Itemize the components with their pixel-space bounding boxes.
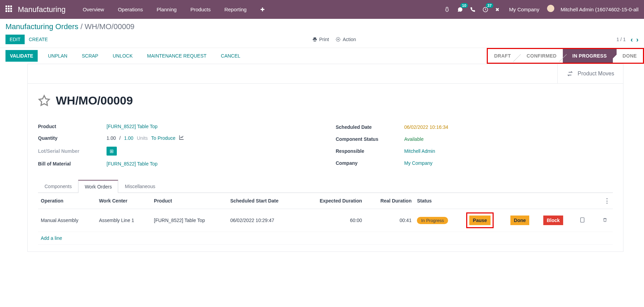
systray: 10 37 ✖ My Company Mitchell Admin (16074…: [444, 4, 639, 15]
tab-components[interactable]: Components: [38, 180, 78, 193]
product-moves-button[interactable]: Product Moves: [557, 64, 623, 83]
quantity-label: Quantity: [38, 132, 107, 144]
user-menu[interactable]: Mitchell Admin (16074602-15-0-all: [546, 4, 639, 15]
main-menu: Overview Operations Planning Products Re…: [76, 0, 272, 19]
pager-next-icon[interactable]: ›: [636, 36, 639, 44]
maintenance-button[interactable]: MAINTENANCE REQUEST: [143, 51, 210, 61]
scrap-button[interactable]: SCRAP: [78, 51, 102, 61]
col-real: Real Duration: [365, 193, 414, 209]
work-order-table: Operation Work Center Product Scheduled …: [38, 193, 613, 245]
step-inprogress[interactable]: IN PROGRESS: [563, 49, 613, 63]
pause-highlight: Pause: [466, 212, 493, 228]
responsible-label: Responsible: [336, 145, 404, 157]
done-button[interactable]: Done: [510, 216, 529, 225]
product-value[interactable]: [FURN_8522] Table Top: [107, 121, 315, 132]
menu-add-icon[interactable]: ✚: [253, 0, 272, 19]
quantity-a: 1.00: [107, 135, 116, 141]
unlock-button[interactable]: UNLOCK: [109, 51, 137, 61]
delete-row-icon[interactable]: [597, 209, 613, 232]
quantity-status[interactable]: To Produce: [151, 135, 175, 141]
bom-label: Bill of Material: [38, 158, 107, 169]
row-sched: 06/02/2022 10:29:47: [227, 209, 300, 232]
scheduled-value: 06/02/2022 10:16:34: [404, 121, 613, 133]
menu-overview[interactable]: Overview: [76, 0, 111, 19]
messages-icon[interactable]: 10: [457, 7, 463, 13]
star-icon[interactable]: [38, 95, 50, 107]
columns-kebab-icon[interactable]: ⋮: [604, 197, 610, 204]
notebook-tabs: Components Work Orders Miscellaneous: [38, 180, 613, 193]
svg-point-1: [338, 39, 339, 40]
step-draft[interactable]: DRAFT: [488, 49, 517, 63]
edit-button[interactable]: EDIT: [5, 35, 25, 44]
add-line-button[interactable]: Add a line: [38, 232, 613, 245]
pager-prev-icon[interactable]: ‹: [631, 36, 633, 44]
phone-icon[interactable]: [470, 7, 475, 12]
pager-text: 1 / 1: [616, 37, 626, 42]
breadcrumb-parent[interactable]: Manufacturing Orders: [5, 22, 78, 31]
row-operation: Manual Assembly: [38, 209, 96, 232]
unplan-button[interactable]: UNPLAN: [44, 51, 72, 61]
quantity-b[interactable]: 1.00: [124, 135, 133, 141]
col-status: Status: [414, 193, 463, 209]
page-header: Manufacturing Orders / WH/MO/00009 EDIT …: [0, 19, 644, 44]
tab-miscellaneous[interactable]: Miscellaneous: [118, 180, 162, 193]
breadcrumb: Manufacturing Orders / WH/MO/00009: [5, 22, 639, 31]
component-status-label: Component Status: [336, 133, 404, 145]
menu-operations[interactable]: Operations: [111, 0, 150, 19]
tools-icon[interactable]: ✖: [495, 7, 499, 12]
username: Mitchell Admin (16074602-15-0-all: [560, 7, 639, 12]
status-bar: VALIDATE UNPLAN SCRAP UNLOCK MAINTENANCE…: [0, 48, 644, 64]
cancel-button[interactable]: CANCEL: [217, 51, 245, 61]
status-steps: DRAFT CONFIRMED IN PROGRESS DONE: [487, 48, 644, 64]
row-expected: 60:00: [300, 209, 365, 232]
svg-rect-3: [580, 218, 584, 222]
validate-button[interactable]: VALIDATE: [5, 50, 38, 62]
record-card: Product Moves WH/MO/00009 Product [FURN_…: [27, 64, 623, 252]
breadcrumb-current: WH/MO/00009: [85, 22, 135, 31]
bom-value[interactable]: [FURN_8522] Table Top: [107, 158, 315, 169]
bug-icon[interactable]: [444, 7, 450, 13]
activities-icon[interactable]: 37: [482, 7, 488, 13]
step-done[interactable]: DONE: [613, 49, 643, 63]
block-button[interactable]: Block: [543, 216, 563, 225]
company-value[interactable]: My Company: [404, 157, 613, 169]
component-status-value: Available: [404, 133, 613, 145]
col-sched: Scheduled Start Date: [227, 193, 300, 209]
responsible-value[interactable]: Mitchell Admin: [404, 145, 613, 157]
record-title: WH/MO/00009: [56, 94, 133, 107]
lot-grid-button[interactable]: ⊞: [107, 147, 117, 156]
activities-badge: 37: [486, 3, 493, 8]
lot-label: Lot/Serial Number: [38, 144, 107, 158]
menu-products[interactable]: Products: [184, 0, 218, 19]
company-switcher[interactable]: My Company: [509, 7, 539, 12]
company-label: Company: [336, 157, 404, 169]
messages-badge: 10: [460, 3, 468, 8]
forecast-icon[interactable]: [179, 135, 184, 141]
table-row[interactable]: Manual Assembly Assembly Line 1 [FURN_85…: [38, 209, 613, 232]
row-product: [FURN_8522] Table Top: [151, 209, 227, 232]
top-navbar: Manufacturing Overview Operations Planni…: [0, 0, 644, 19]
menu-reporting[interactable]: Reporting: [218, 0, 253, 19]
tablet-icon[interactable]: [575, 209, 590, 232]
step-confirmed[interactable]: CONFIRMED: [517, 49, 562, 63]
apps-icon[interactable]: [5, 5, 14, 14]
create-button[interactable]: CREATE: [25, 35, 52, 44]
row-real: 00:41: [365, 209, 414, 232]
avatar: [546, 4, 558, 15]
quantity-uom: Units: [137, 135, 148, 141]
row-status: In Progress: [417, 217, 448, 224]
product-label: Product: [38, 121, 107, 132]
col-operation: Operation: [38, 193, 96, 209]
scheduled-label: Scheduled Date: [336, 121, 404, 133]
svg-marker-2: [39, 96, 49, 106]
col-expected: Expected Duration: [300, 193, 365, 209]
col-product: Product: [151, 193, 227, 209]
print-button[interactable]: Print: [312, 37, 329, 42]
app-brand[interactable]: Manufacturing: [18, 5, 65, 14]
menu-planning[interactable]: Planning: [150, 0, 183, 19]
action-button[interactable]: Action: [336, 37, 356, 42]
pause-button[interactable]: Pause: [469, 216, 490, 225]
row-work-center: Assembly Line 1: [96, 209, 151, 232]
tab-work-orders[interactable]: Work Orders: [78, 180, 118, 193]
col-work-center: Work Center: [96, 193, 151, 209]
